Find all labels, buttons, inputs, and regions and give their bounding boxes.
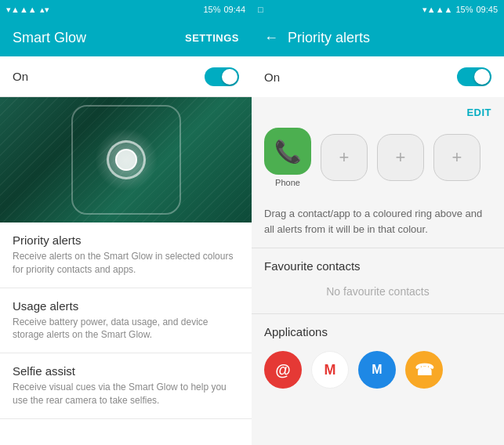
menu-item-selfie-title: Selfie assist	[13, 364, 239, 378]
app-circles-row: 📞 Phone + + +	[252, 121, 504, 200]
add-button-3[interactable]: +	[433, 134, 480, 181]
back-button[interactable]: ←	[264, 30, 278, 46]
menu-item-usage-title: Usage alerts	[13, 299, 239, 313]
right-status-left: □	[258, 5, 263, 14]
right-signal-icon: ▾▲▲▲	[422, 5, 453, 15]
menu-item-priority-desc: Receive alerts on the Smart Glow in sele…	[13, 250, 239, 277]
device-image	[0, 97, 252, 222]
gmail-icon: M	[325, 362, 336, 378]
battery-left: 15%	[203, 5, 220, 14]
right-screenshot-icon: □	[258, 5, 263, 14]
no-favourites: No favourite contacts	[252, 279, 504, 313]
menu-item-priority-title: Priority alerts	[13, 233, 239, 247]
phone-icon: 📞	[274, 139, 302, 165]
menu-item-selfie[interactable]: Selfie assist Receive visual cues via th…	[0, 353, 252, 419]
app-icon-gmail[interactable]: M	[311, 351, 349, 389]
time-left: 09:44	[223, 5, 245, 14]
left-status-left: ▾▲▲▲ ▴▾	[6, 5, 49, 15]
plus-icon-1: +	[339, 147, 350, 168]
right-status-bar: □ ▾▲▲▲ 15% 09:45	[252, 0, 504, 19]
at-icon: @	[275, 361, 291, 379]
menu-item-usage[interactable]: Usage alerts Receive battery power, data…	[0, 288, 252, 354]
phone-app-item: 📞 Phone	[264, 128, 311, 187]
plus-icon-3: +	[452, 147, 462, 168]
favourites-header: Favourite contacts	[252, 248, 504, 279]
settings-button[interactable]: SETTINGS	[185, 32, 239, 44]
left-app-bar: Smart Glow SETTINGS	[0, 19, 252, 56]
add-circle-3: +	[433, 134, 480, 181]
device-outline	[71, 105, 181, 215]
drag-hint: Drag a contact/app to a coloured ring ab…	[252, 200, 504, 248]
right-toggle-switch[interactable]	[457, 67, 491, 86]
phone-app-label: Phone	[275, 178, 300, 187]
menu-item-usage-desc: Receive battery power, data usage, and d…	[13, 316, 239, 342]
glow-effect	[95, 128, 158, 191]
add-button-2[interactable]: +	[377, 134, 424, 181]
app-icon-at[interactable]: @	[264, 351, 302, 389]
app-icons-row: @ M M ☎	[252, 345, 504, 395]
left-status-bar: ▾▲▲▲ ▴▾ 15% 09:44	[0, 0, 252, 19]
yellow-app-icon: ☎	[415, 360, 434, 379]
plus-icon-2: +	[396, 147, 406, 168]
left-panel: ▾▲▲▲ ▴▾ 15% 09:44 Smart Glow SETTINGS On	[0, 0, 252, 445]
app-icon-yellow[interactable]: ☎	[405, 351, 443, 389]
blue-app-icon: M	[372, 363, 382, 377]
right-toggle-label: On	[264, 71, 280, 84]
left-app-title: Smart Glow	[13, 30, 86, 46]
right-time: 09:45	[476, 5, 498, 14]
left-toggle-row: On	[0, 56, 252, 97]
left-toggle-switch[interactable]	[205, 67, 239, 86]
menu-items-list: Priority alerts Receive alerts on the Sm…	[0, 222, 252, 445]
left-status-right: 15% 09:44	[203, 5, 245, 14]
left-toggle-knob	[222, 69, 237, 85]
edit-row: EDIT	[252, 100, 504, 121]
applications-header: Applications	[252, 314, 504, 345]
right-status-right: ▾▲▲▲ 15% 09:45	[422, 5, 498, 15]
add-circle-1: +	[321, 134, 368, 181]
edit-button[interactable]: EDIT	[466, 107, 491, 118]
left-toggle-label: On	[13, 70, 28, 83]
right-toggle-knob	[474, 69, 490, 85]
right-battery: 15%	[455, 5, 473, 14]
right-panel: □ ▾▲▲▲ 15% 09:45 ← Priority alerts On ED…	[252, 0, 504, 445]
right-toggle-row: On	[252, 56, 504, 97]
right-app-bar: ← Priority alerts	[252, 19, 504, 56]
signal-icon: ▾▲▲▲	[6, 5, 37, 15]
menu-item-selfie-desc: Receive visual cues via the Smart Glow t…	[13, 381, 239, 407]
add-circle-2: +	[377, 134, 424, 181]
app-icon-blue[interactable]: M	[358, 351, 396, 389]
phone-app-circle[interactable]: 📞	[264, 128, 311, 175]
menu-item-priority[interactable]: Priority alerts Receive alerts on the Sm…	[0, 222, 252, 288]
right-app-title: Priority alerts	[288, 30, 370, 46]
right-content: On EDIT 📞 Phone +	[252, 56, 504, 445]
wifi-icon: ▴▾	[40, 5, 49, 15]
add-button-1[interactable]: +	[321, 134, 368, 181]
